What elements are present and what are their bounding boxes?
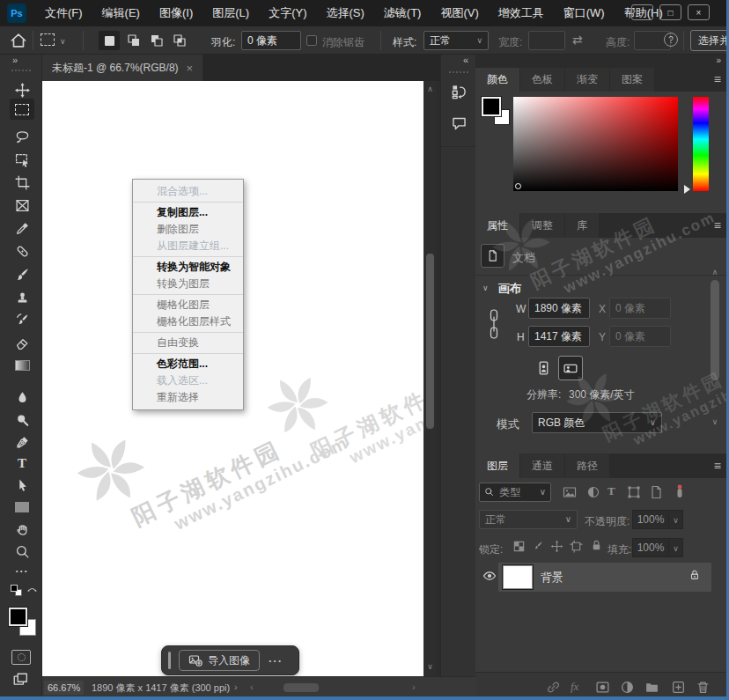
close-button[interactable]: × (688, 4, 710, 20)
swap-dimensions-icon[interactable]: ⇄ (572, 33, 583, 47)
style-dropdown[interactable]: 正常∨ (423, 31, 489, 50)
new-group-icon[interactable] (644, 680, 659, 695)
maximize-button[interactable]: □ (659, 4, 681, 20)
strip-grip[interactable] (449, 71, 468, 74)
hue-slider[interactable] (693, 97, 709, 191)
tab-swatches[interactable]: 色板 (520, 68, 565, 92)
link-layers-icon[interactable] (546, 680, 561, 695)
panel-expand-icon[interactable]: « (463, 55, 468, 65)
scroll-left-icon[interactable]: ‹ (250, 682, 254, 692)
feather-input[interactable]: 0 像素 (241, 31, 301, 50)
crop-tool[interactable] (10, 172, 34, 193)
rectangular-marquee-tool[interactable] (10, 99, 34, 120)
context-menu-item[interactable]: 重新选择 (133, 389, 243, 406)
hand-tool[interactable] (10, 519, 34, 540)
add-layer-mask-icon[interactable] (595, 680, 610, 695)
scroll-up-icon[interactable]: ∧ (710, 268, 720, 276)
tool-preset-marquee-icon[interactable] (40, 33, 55, 46)
home-icon[interactable] (9, 31, 28, 50)
type-tool[interactable]: T (10, 453, 34, 474)
screen-mode-button[interactable] (11, 672, 29, 688)
lock-all-icon[interactable] (590, 539, 603, 552)
layers-panel-menu-icon[interactable]: ≡ (714, 459, 721, 473)
lasso-tool[interactable] (10, 126, 34, 147)
gradient-tool[interactable] (10, 355, 34, 376)
hue-slider-handle[interactable] (684, 185, 690, 194)
context-menu-item[interactable]: 转换为智能对象 (133, 259, 243, 276)
import-image-button[interactable]: 导入图像 (179, 650, 260, 671)
layer-name[interactable]: 背景 (541, 570, 563, 586)
fill-chevron-icon[interactable]: ∨ (669, 538, 683, 557)
lock-artboard-icon[interactable] (570, 540, 583, 553)
menu-select[interactable]: 选择(S) (316, 0, 373, 26)
context-menu-item[interactable]: 自由变换 (133, 335, 243, 351)
minimize-button[interactable]: − (631, 4, 653, 20)
filter-kind-adjustment-icon[interactable] (586, 485, 600, 499)
context-menu-item[interactable]: 删除图层 (133, 221, 243, 238)
edit-toolbar-icon[interactable]: ··· (10, 561, 34, 582)
horizontal-scroll-thumb[interactable] (284, 683, 319, 692)
quick-mask-mode-button[interactable] (11, 650, 31, 665)
document-tab-close-icon[interactable]: × (187, 62, 194, 75)
properties-scroll-thumb[interactable] (711, 280, 719, 380)
filter-toggle-icon[interactable] (673, 483, 687, 501)
scroll-right-icon[interactable]: › (412, 682, 416, 692)
scroll-up-icon[interactable]: ∧ (423, 85, 437, 93)
layer-thumbnail[interactable] (503, 565, 533, 589)
foreground-color-swatch[interactable] (482, 97, 501, 116)
foreground-background-colors[interactable] (9, 608, 35, 636)
selection-mode-new-button[interactable] (99, 31, 120, 50)
menu-file[interactable]: 文件(F) (35, 0, 92, 26)
frame-tool[interactable] (10, 195, 34, 216)
path-selection-tool[interactable] (10, 475, 34, 496)
lock-pixels-icon[interactable] (531, 540, 544, 553)
section-collapse-icon[interactable]: ∨ (482, 284, 489, 292)
canvas-vertical-scrollbar[interactable]: ∧ ∨ (423, 81, 437, 676)
add-adjustment-layer-icon[interactable] (620, 680, 635, 695)
color-field-marker[interactable] (515, 183, 521, 189)
context-menu-item[interactable]: 栅格化图层样式 (133, 313, 243, 330)
tab-paths[interactable]: 路径 (565, 453, 610, 478)
rectangle-tool[interactable] (10, 497, 34, 518)
menu-edit[interactable]: 编辑(E) (92, 0, 150, 26)
clone-stamp-tool[interactable] (10, 286, 34, 307)
context-menu-item[interactable]: 栅格化图层 (133, 297, 243, 313)
height-value-input[interactable]: 1417 像素 (528, 326, 590, 347)
document-properties-chip[interactable] (481, 244, 504, 268)
vertical-scroll-thumb[interactable] (426, 254, 434, 429)
layer-visibility-eye-icon[interactable] (482, 569, 497, 583)
object-selection-tool[interactable] (10, 149, 34, 170)
help-icon[interactable]: ? (664, 33, 678, 47)
context-menu-item[interactable]: 色彩范围... (133, 356, 243, 372)
taskbar-more-icon[interactable]: ··· (269, 654, 283, 667)
blur-tool[interactable] (10, 387, 34, 408)
document-tab[interactable]: 未标题-1 @ 66.7%(RGB/8) × (42, 55, 202, 81)
orientation-portrait-button[interactable] (532, 356, 555, 380)
tab-layers[interactable]: 图层 (475, 453, 520, 478)
link-dimensions-icon[interactable] (488, 305, 500, 345)
healing-brush-tool[interactable] (10, 240, 34, 262)
pen-tool[interactable] (10, 431, 34, 453)
filter-kind-type-icon[interactable]: T (608, 484, 615, 498)
default-colors-icon[interactable] (11, 585, 23, 597)
selection-mode-intersect-button[interactable] (169, 31, 190, 50)
opacity-value[interactable]: 100% (632, 510, 669, 529)
status-expand-icon[interactable]: › (234, 682, 238, 692)
tool-preset-chevron-icon[interactable]: ∨ (60, 37, 66, 46)
foreground-color-swatch[interactable] (9, 608, 27, 626)
delete-layer-icon[interactable] (696, 680, 711, 695)
lock-position-icon[interactable] (550, 540, 563, 553)
saturation-brightness-field[interactable] (513, 97, 678, 191)
color-panel-menu-icon[interactable]: ≡ (714, 72, 721, 86)
tab-gradients[interactable]: 渐变 (565, 68, 610, 92)
comments-panel-icon[interactable] (448, 113, 469, 134)
layer-lock-icon[interactable] (688, 568, 701, 582)
width-input[interactable] (528, 31, 565, 50)
blend-mode-dropdown[interactable]: 正常∨ (479, 510, 578, 529)
tab-libraries[interactable]: 库 (565, 213, 600, 238)
fill-value[interactable]: 100% (632, 538, 669, 557)
history-brush-tool[interactable] (10, 309, 34, 330)
new-layer-icon[interactable] (671, 680, 686, 695)
tab-color[interactable]: 颜色 (475, 68, 520, 92)
menu-filter[interactable]: 滤镜(T) (374, 0, 431, 26)
